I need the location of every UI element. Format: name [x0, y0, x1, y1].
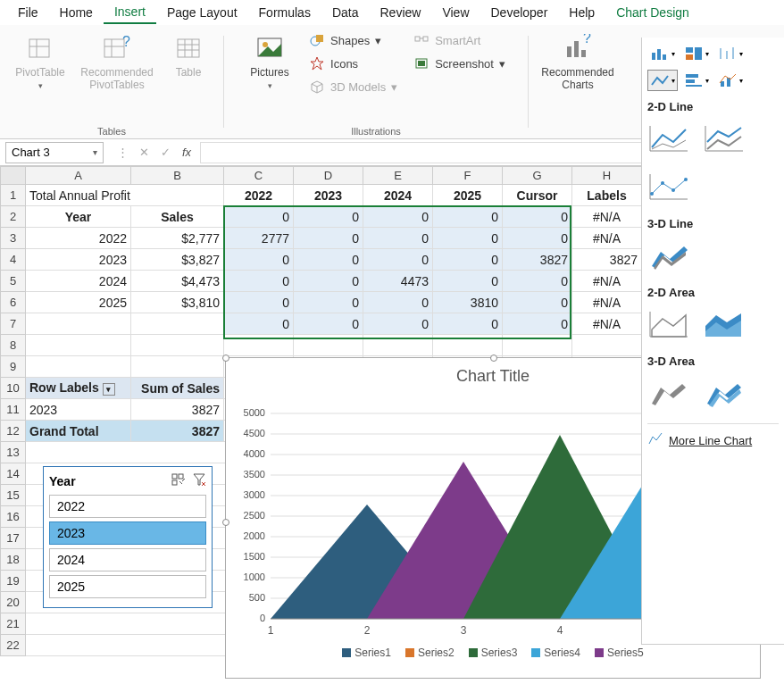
pivottable-button[interactable]: PivotTable▾ — [12, 30, 69, 96]
3d-models-button[interactable]: 3D Models ▾ — [304, 77, 403, 96]
area-3d-stacked-option[interactable] — [703, 375, 746, 411]
cell[interactable]: 2025 — [26, 292, 131, 313]
cell[interactable]: 2022 — [224, 185, 294, 206]
cell[interactable]: $3,827 — [131, 249, 224, 271]
row-head[interactable]: 7 — [1, 313, 26, 335]
enter-icon[interactable]: ✓ — [157, 146, 173, 159]
cell[interactable]: 0 — [503, 292, 572, 313]
row-head[interactable]: 6 — [1, 292, 26, 313]
tab-view[interactable]: View — [431, 2, 480, 23]
filter-icon[interactable]: ▾ — [103, 383, 115, 396]
cell[interactable]: 0 — [294, 206, 363, 228]
tab-developer[interactable]: Developer — [480, 2, 559, 23]
cell[interactable]: 0 — [294, 271, 363, 292]
slicer-item[interactable]: 2022 — [49, 495, 206, 518]
cell[interactable]: $4,473 — [131, 271, 224, 292]
pivot-header[interactable]: Sum of Sales — [131, 378, 224, 399]
row-head[interactable]: 3 — [1, 228, 26, 249]
smartart-button[interactable]: SmartArt — [408, 30, 511, 50]
tab-file[interactable]: File — [7, 2, 49, 23]
cell[interactable]: $3,810 — [131, 292, 224, 313]
line-stacked-option[interactable] — [703, 121, 746, 156]
slicer-item[interactable]: 2024 — [49, 548, 206, 571]
cell[interactable]: 0 — [294, 313, 363, 335]
cell[interactable]: 2024 — [363, 185, 433, 206]
cell[interactable]: 2025 — [433, 185, 503, 206]
stock-chart-button[interactable]: ▾ — [715, 43, 746, 64]
shapes-button[interactable]: Shapes ▾ — [304, 30, 403, 50]
line-markers-option[interactable] — [647, 169, 690, 204]
pivot-total-label[interactable]: Grand Total — [26, 421, 131, 442]
cell[interactable]: 3827 — [503, 249, 572, 271]
cell[interactable] — [294, 335, 363, 356]
cell[interactable]: 0 — [224, 292, 294, 313]
slicer-item[interactable]: 2023 — [49, 521, 206, 545]
row-head[interactable]: 5 — [1, 271, 26, 292]
col-head-C[interactable]: C — [224, 167, 294, 185]
cell[interactable]: Total Annual Profit — [26, 185, 224, 206]
line-basic-option[interactable] — [647, 121, 690, 156]
cell[interactable]: 2023 — [26, 249, 131, 271]
cell[interactable]: Labels — [572, 185, 642, 206]
col-head-H[interactable]: H — [572, 167, 642, 185]
cell[interactable] — [26, 335, 131, 356]
tab-insert[interactable]: Insert — [104, 1, 156, 24]
cell[interactable]: 0 — [294, 249, 363, 271]
pivot-header[interactable]: Row Labels▾ — [26, 378, 131, 399]
row-head[interactable]: 18 — [1, 549, 26, 571]
cell[interactable]: #N/A — [572, 271, 642, 292]
cell[interactable]: 3827 — [572, 249, 642, 271]
row-head[interactable]: 1 — [1, 185, 26, 206]
row-head[interactable]: 10 — [1, 378, 26, 399]
clear-filter-icon[interactable] — [192, 472, 206, 489]
pivot-total-value[interactable]: 3827 — [131, 421, 224, 442]
table-button[interactable]: Table — [165, 30, 212, 82]
chart-legend[interactable]: Series1 Series2 Series3 Series4 Series5 — [226, 646, 760, 659]
row-head[interactable]: 14 — [1, 463, 26, 485]
column-chart-button[interactable]: ▾ — [647, 43, 678, 64]
row-head[interactable]: 4 — [1, 249, 26, 271]
tab-formulas[interactable]: Formulas — [248, 2, 321, 23]
cell[interactable] — [131, 356, 224, 378]
caret-down-icon[interactable]: ▾ — [93, 147, 97, 157]
row-head[interactable]: 20 — [1, 592, 26, 613]
cell[interactable] — [26, 313, 131, 335]
tab-chart-design[interactable]: Chart Design — [605, 2, 700, 23]
cell[interactable]: 0 — [433, 271, 503, 292]
cell[interactable]: 0 — [433, 228, 503, 249]
pivot-value[interactable]: 3827 — [131, 399, 224, 421]
cell[interactable] — [131, 335, 224, 356]
cell[interactable]: 3810 — [433, 292, 503, 313]
cell[interactable]: 2024 — [26, 271, 131, 292]
slicer-item[interactable]: 2025 — [49, 575, 206, 598]
cell[interactable]: 0 — [363, 292, 433, 313]
cell[interactable]: 0 — [363, 228, 433, 249]
cell[interactable]: 0 — [224, 249, 294, 271]
fx-icon[interactable]: fx — [179, 146, 195, 159]
select-all-corner[interactable] — [1, 167, 26, 185]
cell[interactable]: 0 — [503, 313, 572, 335]
cell[interactable]: #N/A — [572, 292, 642, 313]
tab-help[interactable]: Help — [558, 2, 605, 23]
tab-review[interactable]: Review — [370, 2, 432, 23]
year-slicer[interactable]: Year 2022 2023 2024 2025 — [43, 466, 213, 608]
cell[interactable]: 0 — [363, 313, 433, 335]
row-head[interactable]: 13 — [1, 442, 26, 463]
row-head[interactable]: 16 — [1, 506, 26, 528]
pivot-row[interactable]: 2023 — [26, 399, 131, 421]
cell[interactable]: 0 — [294, 228, 363, 249]
col-head-F[interactable]: F — [433, 167, 503, 185]
recommended-charts-button[interactable]: ? Recommended Charts — [533, 30, 622, 95]
cell[interactable]: 0 — [433, 313, 503, 335]
col-head-G[interactable]: G — [503, 167, 572, 185]
screenshot-button[interactable]: Screenshot ▾ — [408, 54, 511, 73]
cell[interactable]: 2777 — [224, 228, 294, 249]
area-3d-option[interactable] — [647, 375, 690, 411]
cell[interactable]: Sales — [131, 206, 224, 228]
row-head[interactable]: 19 — [1, 571, 26, 592]
cell[interactable]: 0 — [363, 206, 433, 228]
cell[interactable]: 0 — [363, 249, 433, 271]
more-line-charts-link[interactable]: More Line Chart — [647, 423, 779, 450]
cell[interactable] — [224, 335, 294, 356]
cell[interactable]: 2022 — [26, 228, 131, 249]
